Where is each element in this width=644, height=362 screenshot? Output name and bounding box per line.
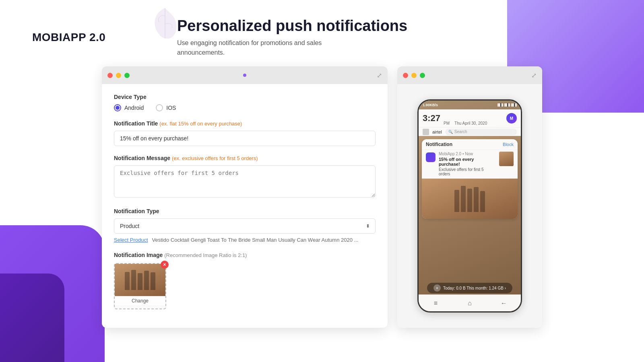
image-change-button[interactable]: Change [115, 296, 165, 305]
nav-back-icon[interactable]: ← [499, 298, 509, 308]
phone-traffic-lights [403, 73, 425, 78]
notification-image-group: Notification Image (Recommended Image Ra… [114, 252, 376, 309]
device-type-label: Device Type [114, 94, 376, 100]
phone-status-bar: 1.90KB/s ▐ ▐ ▐ [419, 101, 521, 109]
notification-header: Notification Block [422, 139, 518, 150]
close-button[interactable] [107, 73, 113, 78]
phone-carrier-bar: airtel 🔍 Search [419, 127, 521, 136]
android-option[interactable]: Android [114, 104, 144, 111]
header-content: Personalized push notifications Use enga… [177, 17, 407, 58]
notif-thumb-image [499, 152, 514, 166]
page-title: Personalized push notifications [177, 17, 407, 35]
data-usage-close-button[interactable]: × [433, 284, 441, 292]
notification-message-title: 15% off on every purchase! [439, 157, 496, 167]
expand-icon[interactable]: ⤢ [377, 72, 382, 79]
phone-body: 1.90KB/s ▐ ▐ ▐ 3:27 PM Thu April 30, 202… [397, 84, 542, 328]
search-icon: 🔍 [448, 130, 453, 134]
leaf-decoration [147, 4, 183, 46]
notification-title-group: Notification Title (ex. flat 15% off on … [114, 120, 376, 146]
main-content: ⤢ Device Type Android IOS [0, 62, 644, 362]
nav-menu-icon[interactable]: ≡ [431, 298, 440, 308]
page-subtitle: Use engaging notification for promotions… [177, 38, 407, 58]
logo: MOBIAPP 2.0 [32, 31, 129, 44]
product-name-text: Vestido Cocktail Gengli Toast To The Bri… [152, 237, 359, 243]
notification-message-label: Notification Message (ex. exclusive offe… [114, 155, 376, 161]
phone-maximize-button[interactable] [420, 73, 425, 78]
phone-close-button[interactable] [403, 73, 408, 78]
data-usage-pill: × Today: 0.0 B This month: 1.24 GB › [427, 283, 512, 293]
notification-block-button[interactable]: Block [503, 142, 514, 147]
ios-label: IOS [166, 105, 176, 111]
data-usage-area: × Today: 0.0 B This month: 1.24 GB › [419, 283, 521, 293]
notification-image-label: Notification Image (Recommended Image Ra… [114, 252, 376, 258]
device-type-radio-group: Android IOS [114, 104, 376, 111]
nav-home-icon[interactable]: ⌂ [465, 298, 475, 308]
traffic-lights [107, 73, 130, 78]
image-remove-button[interactable]: × [161, 261, 169, 269]
phone-search-bar[interactable]: 🔍 Search [445, 129, 517, 135]
search-placeholder: Search [454, 130, 467, 134]
image-upload-box[interactable]: × Change [114, 263, 166, 309]
titlebar-indicator [243, 74, 246, 77]
img-person-5 [480, 191, 485, 212]
select-product-link[interactable]: Select Product [114, 237, 148, 243]
notification-type-label: Notification Type [114, 208, 376, 214]
notification-main-image [422, 179, 518, 219]
phone-app-icon: M [506, 113, 517, 123]
maximize-button[interactable] [124, 73, 130, 78]
notification-title-input[interactable] [114, 131, 376, 146]
phone-date: Thu April 30, 2020 [454, 121, 487, 125]
product-link-row: Select Product Vestido Cocktail Gengli T… [114, 237, 376, 243]
person-5 [151, 272, 155, 290]
person-4 [144, 271, 149, 290]
battery-icon: ▐ [511, 103, 517, 107]
form-body: Device Type Android IOS Notification Tit… [102, 84, 388, 328]
form-titlebar: ⤢ [102, 66, 388, 84]
notification-app-name: MobiApp 2.0 • Now [439, 152, 496, 156]
phone-titlebar: ⤢ [397, 66, 542, 84]
phone-minimize-button[interactable] [411, 73, 417, 78]
device-type-group: Device Type Android IOS [114, 94, 376, 111]
image-people [454, 186, 485, 212]
notification-message-textarea[interactable] [114, 165, 376, 197]
form-panel: ⤢ Device Type Android IOS [102, 66, 388, 328]
img-person-1 [454, 190, 459, 212]
ios-radio[interactable] [156, 104, 163, 111]
android-radio[interactable] [114, 104, 121, 111]
notification-thumbnail [499, 152, 514, 166]
phone-screen: 1.90KB/s ▐ ▐ ▐ 3:27 PM Thu April 30, 202… [419, 101, 521, 311]
notification-app-icon [426, 152, 436, 162]
phone-time: 3:27 [423, 113, 440, 123]
phone-device: 1.90KB/s ▐ ▐ ▐ 3:27 PM Thu April 30, 202… [417, 99, 522, 313]
notification-section-label: Notification [426, 142, 452, 147]
notification-type-select[interactable]: Product Category URL [114, 218, 376, 234]
header: MOBIAPP 2.0 Personalized push notificati… [0, 0, 644, 62]
people-silhouette [125, 270, 155, 290]
image-label-hint: (Recommended Image Ratio is 2:1) [164, 252, 247, 258]
minimize-button[interactable] [116, 73, 121, 78]
phone-expand-icon[interactable]: ⤢ [531, 72, 537, 79]
notification-image-preview [422, 179, 518, 219]
notification-title-hint: (ex. flat 15% off on every purchase) [159, 121, 242, 127]
data-usage-text: Today: 0.0 B This month: 1.24 GB › [443, 286, 506, 290]
data-speed: 1.90KB/s [423, 103, 438, 107]
carrier-icon [423, 129, 429, 135]
phone-panel: ⤢ 1.90KB/s ▐ ▐ ▐ 3:27 [397, 66, 542, 328]
notification-content: MobiApp 2.0 • Now 15% off on every purch… [422, 150, 518, 179]
img-person-2 [461, 186, 466, 212]
carrier-name: airtel [432, 130, 442, 134]
image-preview [115, 264, 165, 296]
notification-message-hint: (ex. exclusive offers for first 5 orders… [172, 155, 258, 161]
wifi-icon: ▐ [497, 103, 503, 107]
img-person-4 [474, 187, 479, 212]
people-image [115, 264, 165, 296]
person-2 [131, 270, 136, 290]
notification-card: Notification Block MobiApp 2.0 • Now 15%… [422, 139, 518, 219]
ios-option[interactable]: IOS [156, 104, 176, 111]
person-3 [138, 273, 142, 290]
notification-message-group: Notification Message (ex. exclusive offe… [114, 155, 376, 199]
signal-icon: ▐ [504, 103, 510, 107]
notification-type-group: Notification Type Product Category URL ⬍… [114, 208, 376, 243]
notification-type-select-wrapper: Product Category URL ⬍ [114, 218, 376, 234]
notification-text-block: MobiApp 2.0 • Now 15% off on every purch… [439, 152, 496, 176]
